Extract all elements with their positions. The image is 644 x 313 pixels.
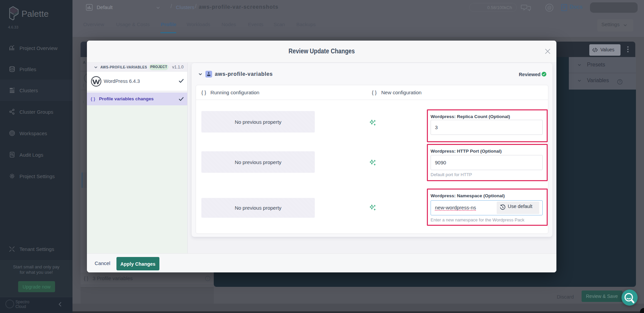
svg-text:@: @: [547, 5, 552, 10]
svg-text:i: i: [207, 276, 208, 280]
svg-text:?: ?: [619, 80, 621, 84]
